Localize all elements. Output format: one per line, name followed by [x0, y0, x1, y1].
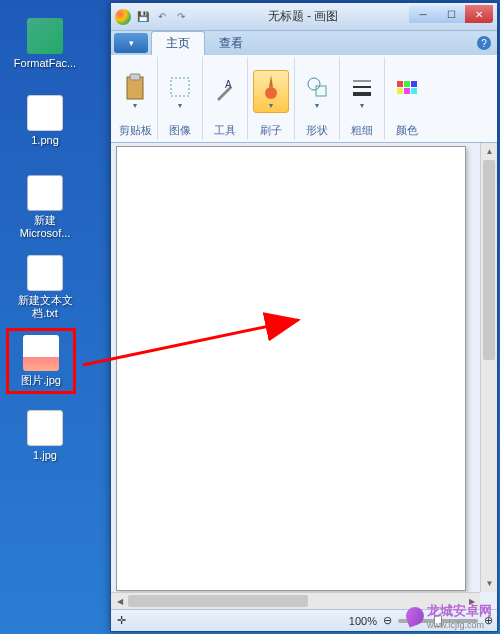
ribbon-group-size: ▾ 粗细 [340, 57, 385, 140]
icon-label: 新建文本文 档.txt [10, 294, 80, 320]
watermark-logo-icon [403, 604, 426, 627]
desktop-icon-imagejpg[interactable]: 图片.jpg [6, 328, 76, 394]
group-label: 刷子 [260, 123, 282, 138]
watermark-url: www.lcjfg.com [427, 620, 492, 630]
desktop-icon-newdoc[interactable]: 新建 Microsof... [10, 175, 80, 240]
group-label: 工具 [214, 123, 236, 138]
svg-point-5 [308, 78, 320, 90]
svg-rect-14 [404, 88, 410, 94]
scrollbar-thumb[interactable] [128, 595, 308, 607]
paste-button[interactable]: ▾ [118, 71, 152, 112]
colors-button[interactable] [390, 75, 424, 107]
desktop-icon-1png[interactable]: 1.png [10, 95, 80, 147]
shapes-button[interactable]: ▾ [300, 71, 334, 112]
maximize-button[interactable]: ☐ [437, 5, 465, 23]
document-file-icon [27, 175, 63, 211]
paint-app-icon [115, 9, 131, 25]
svg-rect-6 [316, 86, 326, 96]
quick-access-toolbar: 💾 ↶ ↷ [135, 9, 189, 25]
help-icon[interactable]: ? [477, 36, 491, 50]
ribbon-group-image: ▾ 图像 [158, 57, 203, 140]
icon-label: 1.png [10, 134, 80, 147]
ribbon-tab-bar: 主页 查看 ? [111, 31, 497, 55]
vertical-scrollbar[interactable]: ▲ ▼ [480, 143, 497, 592]
chevron-down-icon: ▾ [315, 101, 319, 110]
group-label: 颜色 [396, 123, 418, 138]
ribbon-group-tools: A 工具 [203, 57, 248, 140]
desktop-icon-newtxt[interactable]: 新建文本文 档.txt [10, 255, 80, 320]
ribbon-group-shapes: ▾ 形状 [295, 57, 340, 140]
watermark-text: 龙城安卓网 [427, 603, 492, 618]
shapes-icon [303, 73, 331, 101]
svg-rect-13 [397, 88, 403, 94]
svg-rect-12 [411, 81, 417, 87]
brushes-button[interactable]: ▾ [253, 70, 289, 113]
desktop-icon-1jpg[interactable]: 1.jpg [10, 410, 80, 462]
group-label: 剪贴板 [119, 123, 152, 138]
watermark: 龙城安卓网 www.lcjfg.com [406, 602, 492, 630]
line-weight-icon [348, 73, 376, 101]
titlebar[interactable]: 💾 ↶ ↷ 无标题 - 画图 ─ ☐ ✕ [111, 3, 497, 31]
svg-rect-10 [397, 81, 403, 87]
chevron-down-icon: ▾ [360, 101, 364, 110]
color-palette-icon [393, 77, 421, 105]
group-label: 粗细 [351, 123, 373, 138]
group-label: 图像 [169, 123, 191, 138]
icon-label: 图片.jpg [13, 374, 69, 387]
svg-point-4 [265, 87, 277, 99]
window-title: 无标题 - 画图 [197, 8, 409, 25]
image-file-icon [23, 335, 59, 371]
minimize-button[interactable]: ─ [409, 5, 437, 23]
tools-button[interactable]: A [208, 75, 242, 107]
svg-rect-11 [404, 81, 410, 87]
redo-icon[interactable]: ↷ [173, 9, 189, 25]
chevron-down-icon: ▾ [178, 101, 182, 110]
icon-label: FormatFac... [10, 57, 80, 70]
ribbon-group-clipboard: ▾ 剪贴板 [113, 57, 158, 140]
canvas[interactable] [116, 146, 466, 591]
pencil-icon: A [211, 77, 239, 105]
tab-view[interactable]: 查看 [205, 32, 257, 55]
file-menu-button[interactable] [114, 33, 148, 53]
chevron-down-icon: ▾ [269, 101, 273, 110]
desktop-icon-formatfactory[interactable]: FormatFac... [10, 18, 80, 70]
app-icon [27, 18, 63, 54]
scroll-down-arrow[interactable]: ▼ [481, 575, 497, 592]
ribbon: ▾ 剪贴板 ▾ 图像 A [111, 55, 497, 143]
ribbon-group-brushes: ▾ 刷子 [248, 57, 295, 140]
text-file-icon [27, 255, 63, 291]
group-label: 形状 [306, 123, 328, 138]
image-file-icon [27, 95, 63, 131]
brush-icon [257, 73, 285, 101]
ribbon-group-colors: 颜色 [385, 57, 429, 140]
window-controls: ─ ☐ ✕ [409, 10, 493, 23]
icon-label: 新建 Microsof... [10, 214, 80, 240]
close-button[interactable]: ✕ [465, 5, 493, 23]
size-button[interactable]: ▾ [345, 71, 379, 112]
select-button[interactable]: ▾ [163, 71, 197, 112]
zoom-level: 100% [349, 615, 377, 627]
chevron-down-icon: ▾ [133, 101, 137, 110]
undo-icon[interactable]: ↶ [154, 9, 170, 25]
tab-home[interactable]: 主页 [151, 31, 205, 55]
scroll-up-arrow[interactable]: ▲ [481, 143, 497, 160]
select-icon [166, 73, 194, 101]
image-file-icon [27, 410, 63, 446]
canvas-viewport: ▲ ▼ ◀ ▶ [111, 143, 497, 609]
scrollbar-thumb[interactable] [483, 160, 495, 360]
save-icon[interactable]: 💾 [135, 9, 151, 25]
scroll-left-arrow[interactable]: ◀ [111, 593, 128, 609]
svg-rect-1 [130, 74, 140, 80]
svg-rect-2 [171, 78, 189, 96]
icon-label: 1.jpg [10, 449, 80, 462]
svg-text:A: A [225, 79, 232, 90]
zoom-out-button[interactable]: ⊖ [383, 614, 392, 627]
paint-window: 💾 ↶ ↷ 无标题 - 画图 ─ ☐ ✕ 主页 查看 ? ▾ [110, 2, 498, 632]
clipboard-icon [121, 73, 149, 101]
cursor-position-icon: ✛ [117, 614, 126, 627]
svg-rect-15 [411, 88, 417, 94]
